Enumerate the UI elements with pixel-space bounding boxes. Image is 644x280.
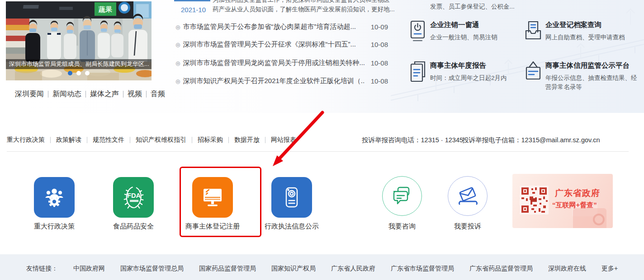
tile-food-drug-safety[interactable]: FDA bbox=[113, 177, 154, 218]
circle-complaint-button[interactable] bbox=[448, 176, 488, 216]
news-item-title: 市市场监管局关于公布参加省“放心肉菜超市”培育活动超... bbox=[183, 23, 364, 31]
footer-link-gov-cn[interactable]: 中国政府网 bbox=[73, 265, 105, 273]
tab-shenzhen-news[interactable]: 深圳要闻 bbox=[15, 89, 48, 99]
carousel-dot-1[interactable] bbox=[68, 71, 72, 75]
complaint-email: 投诉举报电子信箱：12315@mail.amr.sz.gov.cn bbox=[462, 136, 600, 145]
guangdong-supervision-banner[interactable]: 广东省政府 “互联网+督查” bbox=[512, 174, 613, 228]
nav-site-reports[interactable]: 网站报表 bbox=[265, 136, 302, 144]
tile-label-law-enforcement[interactable]: 行政执法信息公示 bbox=[252, 222, 331, 231]
service-card-deregistration[interactable]: 企业注销一窗通 企业一般注销、简易注销 bbox=[409, 19, 522, 51]
circle-label-complaint[interactable]: 我要投诉 bbox=[428, 222, 507, 231]
section-divider bbox=[7, 151, 629, 152]
featured-summary-line2: 药产业从业人员知识面，了解生物医药产业发展前沿知识，更好地... bbox=[213, 5, 394, 14]
footer-link-more[interactable]: 更多+ bbox=[601, 265, 618, 273]
news-list-item[interactable]: ◎ 深圳市市场监督管理局关于公开征求《深圳标准“十四五”... 10-08 bbox=[175, 40, 388, 49]
service-desc: 时间：成立周年之日起2月内 bbox=[430, 74, 527, 83]
footer-link-cnipa[interactable]: 国家知识产权局 bbox=[271, 265, 316, 273]
power-doc-icon bbox=[409, 20, 426, 42]
complaint-hotline: 投诉举报咨询电话：12315 · 12345 bbox=[362, 136, 463, 145]
featured-news-summary[interactable]: 为加强药品安全监管工作，拓宽深圳市药品安全监管人员和生物医 药产业从业人员知识面… bbox=[213, 0, 394, 14]
hotline-numbers: 12315 · 12345 bbox=[421, 136, 464, 144]
news-item-date: 10-08 bbox=[371, 41, 388, 48]
secondary-nav: 重大行政决策 政策解读 规范性文件 知识产权维权指引 招标采购 数据开放 网站报… bbox=[7, 136, 302, 144]
news-item-date: 10-08 bbox=[371, 77, 388, 85]
footer-link-gd-gov[interactable]: 广东省人民政府 bbox=[331, 265, 375, 273]
fda-wreath-icon: FDA bbox=[121, 185, 146, 210]
svg-text:蔬果: 蔬果 bbox=[98, 5, 113, 13]
page-root: 蔬果 bbox=[0, 0, 644, 280]
carousel-dots bbox=[6, 71, 152, 75]
friend-links-label: 友情链接： bbox=[26, 265, 58, 273]
camera-recorder-icon bbox=[281, 186, 302, 209]
service-card-credit-platform[interactable]: 商事主体信用监管公示平台 年报公示信息、抽查检查结果、经营异常名录等 bbox=[525, 60, 638, 100]
service-title: 商事主体信用监管公示平台 bbox=[545, 61, 630, 70]
service-desc: 企业一般注销、简易注销 bbox=[430, 33, 527, 42]
carousel-caption: 深圳市市场监管局党组成员、副局长陈建民到龙华区... bbox=[6, 59, 152, 69]
ballot-envelope-icon bbox=[457, 185, 478, 207]
news-item-title: 深圳市知识产权局关于召开2021年度企业软件正版化培训（... bbox=[183, 77, 364, 85]
qr-code bbox=[520, 186, 549, 215]
tile-law-enforcement-disclosure[interactable] bbox=[271, 177, 312, 218]
bullet-icon: ◎ bbox=[175, 60, 180, 66]
news-tab-indicator bbox=[174, 0, 210, 1]
tile-business-registration[interactable] bbox=[192, 177, 233, 218]
tab-audio[interactable]: 音频 bbox=[147, 89, 169, 99]
news-item-date: 10-08 bbox=[371, 59, 388, 67]
hotline-label: 投诉举报咨询电话： bbox=[362, 136, 421, 144]
annual-report-icon bbox=[409, 61, 426, 83]
email-label: 投诉举报电子信箱： bbox=[462, 136, 521, 144]
news-list-item[interactable]: ◎ 深圳市市场监督管理局龙岗监管局关于停用或注销相关特种... 10-08 bbox=[175, 59, 388, 67]
banner-title: 广东省政府 bbox=[555, 187, 600, 199]
news-item-title: 深圳市市场监督管理局龙岗监管局关于停用或注销相关特种... bbox=[183, 59, 364, 67]
featured-news-date: 2021-10 bbox=[181, 6, 206, 14]
footer: 友情链接： 中国政府网 国家市场监督管理总局 国家药品监督管理局 国家知识产权局… bbox=[0, 254, 644, 280]
news-item-date: 10-09 bbox=[371, 23, 388, 31]
nav-bidding-procurement[interactable]: 招标采购 bbox=[192, 136, 228, 144]
svg-text:FDA: FDA bbox=[127, 192, 141, 199]
service-title: 商事主体年度报告 bbox=[430, 61, 486, 70]
banner-magnifier-decoration bbox=[593, 214, 605, 225]
news-category-tabs: 深圳要闻 新闻动态 媒体之声 视频 音频 bbox=[15, 89, 169, 99]
service-card-annual-report[interactable]: 商事主体年度报告 时间：成立周年之日起2月内 bbox=[409, 60, 522, 91]
tab-video[interactable]: 视频 bbox=[123, 89, 146, 99]
service-desc: 年报公示信息、抽查检查结果、经营异常名录等 bbox=[545, 74, 643, 92]
carousel-dot-2[interactable] bbox=[76, 71, 81, 75]
footer-link-sz-gov[interactable]: 深圳政府在线 bbox=[548, 265, 586, 273]
chat-bubbles-icon bbox=[391, 185, 413, 207]
nav-policy-interpretation[interactable]: 政策解读 bbox=[51, 136, 87, 144]
footer-link-gd-mpa[interactable]: 广东省药品监督管理局 bbox=[469, 265, 533, 273]
news-carousel[interactable]: 蔬果 bbox=[6, 1, 152, 80]
nav-ip-rights-guide[interactable]: 知识产权维权指引 bbox=[130, 136, 192, 144]
people-gear-icon bbox=[43, 186, 66, 209]
tab-news-updates[interactable]: 新闻动态 bbox=[48, 89, 85, 99]
service-card-archive-query[interactable]: 企业登记档案查询 网上自助查档、受理申请查档 bbox=[525, 19, 638, 51]
nav-major-decisions[interactable]: 重大行政决策 bbox=[7, 136, 50, 144]
bullet-icon: ◎ bbox=[175, 24, 180, 30]
tile-label-food-drug-safety[interactable]: 食品药品安全 bbox=[94, 222, 173, 231]
tile-label-business-registration[interactable]: 商事主体登记注册 bbox=[173, 222, 252, 231]
tile-label-major-decisions[interactable]: 重大行政决策 bbox=[14, 222, 94, 231]
news-item-title: 深圳市市场监督管理局关于公开征求《深圳标准“十四五”... bbox=[183, 40, 364, 49]
news-list-item[interactable]: ◎ 深圳市知识产权局关于召开2021年度企业软件正版化培训（... 10-08 bbox=[175, 77, 388, 85]
archive-query-icon bbox=[525, 20, 542, 42]
service-partial-text: 发票、员工参保登记、公积金... bbox=[430, 3, 515, 11]
bullet-icon: ◎ bbox=[175, 42, 180, 48]
service-desc: 网上自助查档、受理申请查档 bbox=[545, 33, 643, 42]
tile-major-decisions[interactable] bbox=[34, 177, 75, 218]
tab-media-voice[interactable]: 媒体之声 bbox=[86, 89, 123, 99]
credit-platform-icon bbox=[525, 61, 542, 83]
carousel-dot-3[interactable] bbox=[85, 71, 90, 75]
news-list-item[interactable]: ◎ 市市场监管局关于公布参加省“放心肉菜超市”培育活动超... 10-09 bbox=[175, 23, 388, 31]
footer-link-samr[interactable]: 国家市场监督管理总局 bbox=[120, 265, 184, 273]
top-section: 蔬果 bbox=[0, 0, 644, 113]
circle-consult-button[interactable] bbox=[382, 176, 422, 216]
email-address[interactable]: 12315@mail.amr.sz.gov.cn bbox=[521, 136, 600, 144]
footer-link-gd-samr[interactable]: 广东省市场监督管理局 bbox=[391, 265, 454, 273]
bullet-icon: ◎ bbox=[175, 78, 180, 84]
nav-normative-documents[interactable]: 规范性文件 bbox=[87, 136, 130, 144]
footer-link-nmpa[interactable]: 国家药品监督管理局 bbox=[199, 265, 256, 273]
banner-subtitle: “互联网+督查” bbox=[552, 201, 597, 210]
nav-open-data[interactable]: 数据开放 bbox=[229, 136, 265, 144]
featured-summary-line1: 为加强药品安全监管工作，拓宽深圳市药品安全监管人员和生物医 bbox=[213, 0, 394, 5]
monitor-icon bbox=[200, 186, 225, 209]
